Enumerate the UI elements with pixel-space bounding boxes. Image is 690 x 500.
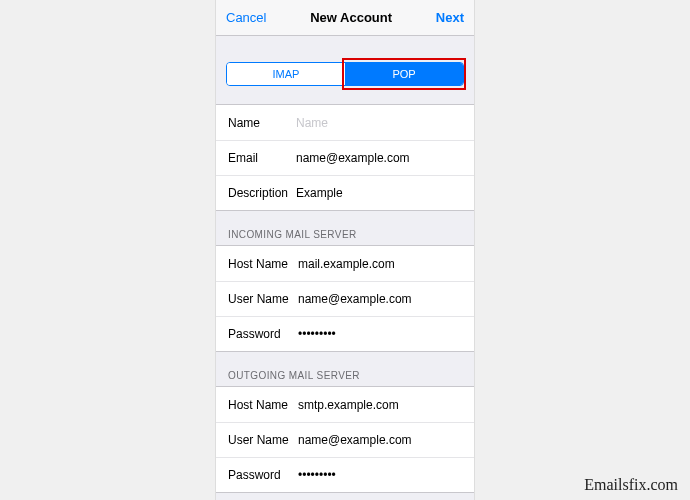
protocol-segmented-wrap: IMAP POP — [216, 36, 474, 104]
email-label: Email — [228, 151, 296, 165]
outgoing-server-header: Outgoing Mail Server — [216, 352, 474, 386]
name-field[interactable]: Name — [296, 116, 328, 130]
name-row[interactable]: Name Name — [216, 105, 474, 140]
outgoing-password-field[interactable]: ••••••••• — [298, 468, 336, 482]
navigation-bar: Cancel New Account Next — [216, 0, 474, 36]
outgoing-host-row[interactable]: Host Name smtp.example.com — [216, 387, 474, 422]
incoming-host-row[interactable]: Host Name mail.example.com — [216, 246, 474, 281]
incoming-user-row[interactable]: User Name name@example.com — [216, 281, 474, 316]
incoming-user-field[interactable]: name@example.com — [298, 292, 412, 306]
incoming-user-label: User Name — [228, 292, 298, 306]
incoming-host-field[interactable]: mail.example.com — [298, 257, 395, 271]
outgoing-user-row[interactable]: User Name name@example.com — [216, 422, 474, 457]
cancel-button[interactable]: Cancel — [226, 10, 266, 25]
incoming-server-group: Host Name mail.example.com User Name nam… — [216, 245, 474, 352]
outgoing-server-group: Host Name smtp.example.com User Name nam… — [216, 386, 474, 493]
account-info-group: Name Name Email name@example.com Descrip… — [216, 104, 474, 211]
tab-pop-label: POP — [392, 68, 415, 80]
tab-imap[interactable]: IMAP — [227, 63, 345, 85]
description-row[interactable]: Description Example — [216, 175, 474, 210]
page-title: New Account — [310, 10, 392, 25]
next-button[interactable]: Next — [436, 10, 464, 25]
incoming-password-row[interactable]: Password ••••••••• — [216, 316, 474, 351]
outgoing-user-label: User Name — [228, 433, 298, 447]
incoming-host-label: Host Name — [228, 257, 298, 271]
tab-pop[interactable]: POP — [345, 63, 463, 85]
email-field[interactable]: name@example.com — [296, 151, 410, 165]
outgoing-host-label: Host Name — [228, 398, 298, 412]
watermark: Emailsfix.com — [584, 476, 678, 494]
outgoing-host-field[interactable]: smtp.example.com — [298, 398, 399, 412]
incoming-password-label: Password — [228, 327, 298, 341]
name-label: Name — [228, 116, 296, 130]
outgoing-password-row[interactable]: Password ••••••••• — [216, 457, 474, 492]
new-account-screen: Cancel New Account Next IMAP POP Name Na… — [215, 0, 475, 500]
outgoing-user-field[interactable]: name@example.com — [298, 433, 412, 447]
email-row[interactable]: Email name@example.com — [216, 140, 474, 175]
incoming-password-field[interactable]: ••••••••• — [298, 327, 336, 341]
description-field[interactable]: Example — [296, 186, 343, 200]
outgoing-password-label: Password — [228, 468, 298, 482]
description-label: Description — [228, 186, 296, 200]
protocol-segmented-control: IMAP POP — [226, 62, 464, 86]
incoming-server-header: Incoming Mail Server — [216, 211, 474, 245]
